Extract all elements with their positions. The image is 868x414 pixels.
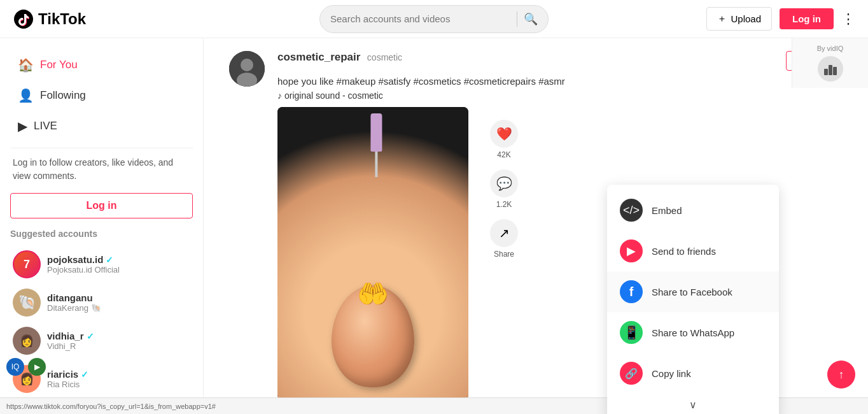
url-text: https://www.tiktok.com/foryou?is_copy_ur… bbox=[6, 403, 216, 410]
account-info: pojoksatu.id ✓ Pojoksatu.id Official bbox=[47, 254, 120, 275]
post-avatar bbox=[229, 51, 265, 87]
copy-link-menu-item[interactable]: 🔗 Copy link bbox=[607, 353, 779, 394]
nail-brush bbox=[375, 152, 377, 177]
search-bar[interactable]: 🔍 bbox=[319, 5, 549, 33]
share-icon-circle: ↗ bbox=[490, 219, 518, 247]
nail-bottle-body bbox=[370, 113, 382, 152]
show-more-arrow[interactable]: ∨ bbox=[607, 394, 779, 414]
send-friends-label: Send to friends bbox=[652, 246, 716, 257]
comment-button[interactable]: 💬 1.2K bbox=[490, 169, 518, 209]
list-item[interactable]: 👩 vidhia_r ✓ Vidhi_R bbox=[10, 322, 193, 360]
logo-area: TikTok bbox=[13, 8, 86, 30]
sidebar-item-live[interactable]: ▶ LIVE bbox=[10, 112, 193, 140]
nav-divider bbox=[10, 148, 193, 148]
like-button[interactable]: ❤️ 42K bbox=[490, 120, 518, 159]
post-user-info: cosmetic_repair cosmetic bbox=[277, 51, 402, 64]
verified-icon: ✓ bbox=[81, 369, 88, 380]
whatsapp-icon: 📱 bbox=[620, 321, 643, 344]
upload-label: Upload bbox=[731, 13, 761, 24]
share-fb-label: Share to Facebook bbox=[652, 287, 732, 297]
search-button[interactable]: 🔍 bbox=[524, 12, 538, 26]
list-item[interactable]: 🐚 ditanganu DitaKerang 🐚 bbox=[10, 283, 193, 322]
send-to-friends-menu-item[interactable]: ▶ Send to friends bbox=[607, 231, 779, 271]
upload-button[interactable]: ＋ Upload bbox=[706, 7, 772, 31]
action-panel: ❤️ 42K 💬 1.2K ↗ Share bbox=[479, 107, 529, 400]
logo-text: TikTok bbox=[38, 10, 86, 28]
account-sub: Ria Ricis bbox=[47, 380, 88, 389]
copy-link-label: Copy link bbox=[652, 368, 691, 379]
share-button[interactable]: ↗ Share bbox=[490, 219, 518, 259]
avatar-image bbox=[229, 51, 265, 87]
share-wa-label: Share to WhatsApp bbox=[652, 327, 734, 338]
embed-icon: </> bbox=[620, 199, 643, 222]
tiktok-logo-icon bbox=[13, 8, 34, 30]
suggested-title: Suggested accounts bbox=[10, 229, 193, 239]
account-name: vidhia_r ✓ bbox=[47, 331, 94, 341]
account-name: ditanganu bbox=[47, 292, 101, 303]
following-icon: 👤 bbox=[18, 88, 34, 103]
account-sub: Vidhi_R bbox=[47, 341, 94, 351]
sidebar-login-button[interactable]: Log in bbox=[10, 193, 193, 218]
share-facebook-menu-item[interactable]: f Share to Facebook bbox=[607, 271, 779, 312]
embed-menu-item[interactable]: </> Embed bbox=[607, 190, 779, 231]
comment-icon-circle: 💬 bbox=[490, 169, 518, 197]
svg-point-1 bbox=[241, 59, 253, 71]
extension-icons: IQ ▶ bbox=[6, 358, 46, 376]
live-icon: ▶ bbox=[18, 118, 27, 134]
login-button[interactable]: Log in bbox=[780, 8, 834, 29]
video-background: 🤲 bbox=[277, 107, 468, 400]
more-options-button[interactable]: ⋮ bbox=[841, 11, 855, 27]
nail-polish bbox=[370, 107, 382, 177]
sidebar-item-following[interactable]: 👤 Following bbox=[10, 82, 193, 110]
post-description: hope you like #makeup #satisfy #cosmetic… bbox=[277, 75, 843, 88]
post-tag: cosmetic bbox=[367, 52, 402, 62]
up-arrow-icon: ↑ bbox=[839, 368, 844, 382]
plus-icon: ＋ bbox=[717, 13, 727, 25]
video-thumbnail[interactable]: TikTok @cosmetic_repair bbox=[277, 107, 468, 400]
like-icon-circle: ❤️ bbox=[490, 120, 518, 148]
ext-icon-1[interactable]: IQ bbox=[6, 358, 24, 376]
vidiq-avatar bbox=[818, 56, 843, 82]
avatar: 7 bbox=[13, 250, 41, 278]
post-username: cosmetic_repair bbox=[277, 51, 360, 63]
header-right: ＋ Upload Log in ⋮ bbox=[706, 7, 855, 31]
hand-emoji: 🤲 bbox=[357, 279, 389, 309]
account-sub: Pojoksatu.id Official bbox=[47, 265, 120, 275]
send-icon: ▶ bbox=[620, 239, 643, 262]
account-info: ditanganu DitaKerang 🐚 bbox=[47, 292, 101, 313]
vidiq-label: By vidIQ bbox=[799, 45, 862, 52]
facebook-icon: f bbox=[620, 280, 643, 303]
svg-rect-5 bbox=[833, 67, 837, 75]
svg-rect-4 bbox=[829, 65, 832, 75]
sidebar-label-following: Following bbox=[40, 89, 86, 102]
account-name: riaricis ✓ bbox=[47, 369, 88, 380]
link-icon: 🔗 bbox=[620, 362, 643, 385]
vidiq-chart-icon bbox=[822, 60, 839, 78]
post-sound: original sound - cosmetic bbox=[277, 90, 843, 101]
sidebar-label-for-you: For You bbox=[40, 59, 78, 71]
svg-rect-3 bbox=[824, 69, 828, 75]
header: TikTok 🔍 ＋ Upload Log in ⋮ bbox=[0, 0, 868, 38]
vidiq-panel: By vidIQ bbox=[792, 38, 868, 88]
account-info: riaricis ✓ Ria Ricis bbox=[47, 369, 88, 389]
verified-icon: ✓ bbox=[87, 331, 94, 341]
search-input[interactable] bbox=[330, 13, 510, 24]
scroll-to-top-button[interactable]: ↑ bbox=[827, 360, 855, 389]
egg-shape: 🤲 bbox=[332, 285, 414, 387]
share-dropdown-menu: </> Embed ▶ Send to friends f Share to F… bbox=[607, 185, 779, 414]
post-header: cosmetic_repair cosmetic Follow bbox=[277, 51, 843, 71]
home-icon: 🏠 bbox=[18, 57, 34, 73]
account-name: pojoksatu.id ✓ bbox=[47, 254, 120, 265]
embed-label: Embed bbox=[652, 205, 682, 216]
ext-icon-2[interactable]: ▶ bbox=[28, 358, 46, 376]
avatar: 👩 bbox=[13, 327, 41, 355]
sidebar-item-for-you[interactable]: 🏠 For You bbox=[10, 51, 193, 79]
list-item[interactable]: 7 pojoksatu.id ✓ Pojoksatu.id Official bbox=[10, 245, 193, 283]
account-sub: DitaKerang 🐚 bbox=[47, 303, 101, 313]
search-divider bbox=[517, 11, 517, 27]
share-whatsapp-menu-item[interactable]: 📱 Share to WhatsApp bbox=[607, 312, 779, 353]
sidebar-label-live: LIVE bbox=[34, 120, 57, 132]
login-prompt: Log in to follow creators, like videos, … bbox=[10, 156, 193, 183]
avatar: 🐚 bbox=[13, 289, 41, 317]
account-info: vidhia_r ✓ Vidhi_R bbox=[47, 331, 94, 351]
